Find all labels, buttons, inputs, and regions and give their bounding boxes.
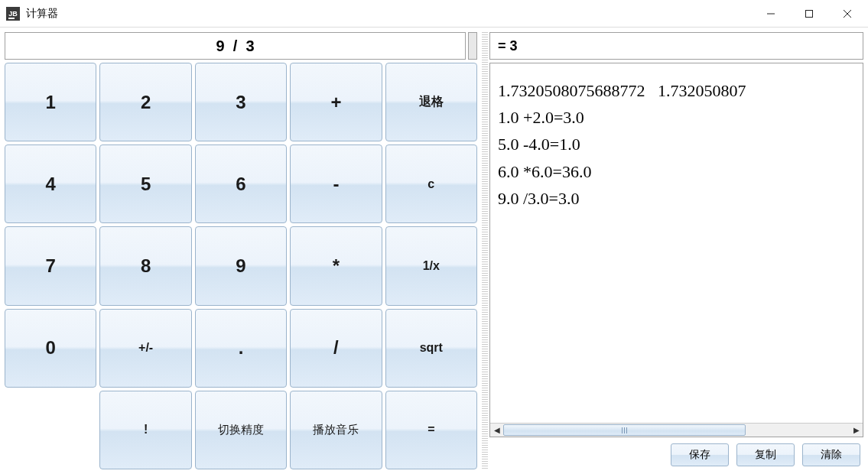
content: 1 2 3 + 退格 4 5 6 - c 7 8 9 * 1/x 0 +/- .… — [0, 28, 868, 474]
copy-button[interactable]: 复制 — [736, 443, 795, 466]
scroll-left-arrow-icon[interactable]: ◀ — [490, 424, 503, 437]
key-backspace[interactable]: 退格 — [385, 63, 477, 141]
key-divide[interactable]: / — [290, 309, 382, 388]
minimize-icon — [766, 9, 775, 18]
history-actions: 保存 复制 清除 — [489, 437, 863, 469]
panel-divider[interactable] — [482, 32, 488, 469]
keypad: 1 2 3 + 退格 4 5 6 - c 7 8 9 * 1/x 0 +/- .… — [5, 63, 477, 469]
key-reciprocal[interactable]: 1/x — [385, 226, 477, 305]
history-panel: = 3 1.7320508075688772 1.732050807 1.0 +… — [489, 32, 863, 469]
key-plus[interactable]: + — [290, 63, 382, 141]
history-text[interactable]: 1.7320508075688772 1.732050807 1.0 +2.0=… — [490, 63, 863, 423]
calculator-panel: 1 2 3 + 退格 4 5 6 - c 7 8 9 * 1/x 0 +/- .… — [5, 32, 480, 469]
clear-button[interactable]: 清除 — [802, 443, 860, 466]
app-icon: JB — [6, 7, 20, 21]
close-button[interactable] — [828, 2, 866, 25]
key-toggle-precision[interactable]: 切换精度 — [195, 391, 287, 469]
key-0[interactable]: 0 — [5, 309, 96, 388]
key-1[interactable]: 1 — [5, 63, 96, 141]
minimize-button[interactable] — [752, 2, 790, 25]
key-play-music[interactable]: 播放音乐 — [290, 391, 382, 469]
scroll-thumb[interactable] — [503, 424, 746, 436]
key-equals[interactable]: = — [385, 391, 477, 469]
key-minus[interactable]: - — [290, 144, 382, 223]
key-5[interactable]: 5 — [99, 144, 191, 223]
key-7[interactable]: 7 — [5, 226, 96, 305]
maximize-icon — [805, 9, 814, 18]
result-field[interactable]: = 3 — [489, 32, 863, 60]
scroll-grip-icon — [622, 427, 627, 433]
maximize-button[interactable] — [790, 2, 828, 25]
scroll-right-arrow-icon[interactable]: ▶ — [850, 424, 863, 437]
horizontal-scrollbar[interactable]: ◀ ▶ — [490, 423, 863, 437]
key-multiply[interactable]: * — [290, 226, 382, 305]
scroll-track[interactable] — [503, 424, 850, 437]
expression-input[interactable] — [5, 32, 466, 60]
expression-side-button[interactable] — [468, 32, 477, 60]
history-area: 1.7320508075688772 1.732050807 1.0 +2.0=… — [489, 63, 863, 437]
key-factorial[interactable]: ! — [99, 391, 191, 469]
key-sign[interactable]: +/- — [99, 309, 191, 388]
svg-rect-1 — [806, 10, 813, 17]
key-6[interactable]: 6 — [195, 144, 287, 223]
key-9[interactable]: 9 — [195, 226, 287, 305]
key-3[interactable]: 3 — [195, 63, 287, 141]
key-dot[interactable]: . — [195, 309, 287, 388]
titlebar: JB 计算器 — [0, 0, 868, 28]
key-2[interactable]: 2 — [99, 63, 191, 141]
key-sqrt[interactable]: sqrt — [385, 309, 477, 388]
key-clear[interactable]: c — [385, 144, 477, 223]
key-8[interactable]: 8 — [99, 226, 191, 305]
close-icon — [843, 9, 852, 18]
key-4[interactable]: 4 — [5, 144, 96, 223]
save-button[interactable]: 保存 — [671, 443, 729, 466]
window-title: 计算器 — [26, 7, 58, 21]
